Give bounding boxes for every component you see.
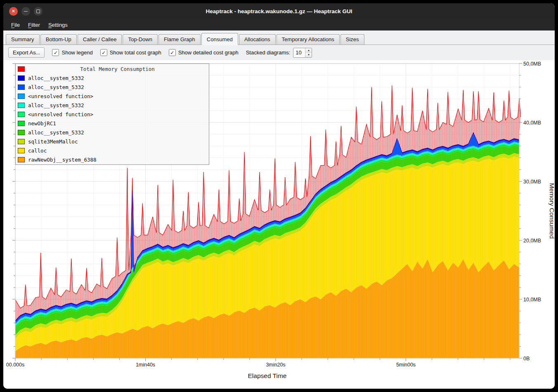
legend-swatch: [18, 157, 25, 162]
checkbox-label: Show legend: [61, 49, 92, 56]
menubar: FileFilterSettings: [3, 19, 555, 31]
stacked-diagrams-spinbox[interactable]: 10 ▲ ▼: [293, 48, 312, 58]
svg-text:00.000s: 00.000s: [6, 362, 24, 368]
desktop: { "window": { "title": "Heaptrack - heap…: [0, 0, 558, 392]
tab-bottom-up[interactable]: Bottom-Up: [40, 34, 77, 45]
legend-entry: rawNewObj__system_6388: [18, 155, 207, 164]
chart-legend: Total Memory Consumptionalloc__system_53…: [15, 63, 209, 165]
app-window: × Heaptrack - heaptrack.wakunode.1.gz — …: [3, 3, 555, 389]
close-button[interactable]: ×: [9, 7, 18, 16]
checkbox-label: Show total cost graph: [110, 49, 161, 56]
checkbox-box[interactable]: ✓: [52, 49, 59, 56]
legend-label: sqlite3MemMalloc: [28, 138, 78, 145]
stacked-diagrams-value: 10: [293, 48, 305, 57]
show-legend-checkbox[interactable]: ✓Show legend: [52, 49, 92, 56]
legend-label: <unresolved function>: [28, 111, 93, 117]
tab-temporary-allocations[interactable]: Temporary Allocations: [277, 34, 340, 45]
svg-text:50,0MB: 50,0MB: [523, 61, 541, 67]
spin-up-button[interactable]: ▲: [305, 48, 312, 53]
checkbox-group: ✓Show legend✓Show total cost graph✓Show …: [52, 49, 238, 56]
export-as-button[interactable]: Export As...: [8, 47, 45, 58]
legend-swatch: [18, 139, 25, 144]
legend-title-row: Total Memory Consumption: [18, 64, 207, 73]
legend-entry: <unresolved function>: [18, 110, 207, 119]
legend-total-swatch: [18, 66, 25, 72]
legend-swatch: [18, 121, 25, 126]
tab-caller-callee[interactable]: Caller / Callee: [78, 34, 122, 45]
legend-entry: newObjRC1: [18, 119, 207, 128]
legend-entry: sqlite3MemMalloc: [18, 137, 207, 146]
svg-text:40,0MB: 40,0MB: [523, 120, 541, 126]
legend-entry: alloc__system_5332: [18, 128, 207, 137]
legend-entry: alloc__system_5332: [18, 82, 207, 92]
svg-text:5min00s: 5min00s: [396, 362, 416, 368]
spin-down-button[interactable]: ▼: [305, 52, 312, 57]
checkbox-box[interactable]: ✓: [169, 49, 176, 56]
legend-swatch: [18, 103, 25, 108]
tab-allocations[interactable]: Allocations: [239, 34, 276, 45]
titlebar: × Heaptrack - heaptrack.wakunode.1.gz — …: [3, 3, 555, 19]
minimize-icon: [24, 11, 28, 12]
svg-text:10,0MB: 10,0MB: [523, 297, 541, 303]
legend-swatch: [18, 112, 25, 117]
legend-label: calloc: [28, 148, 47, 154]
svg-text:Elapsed Time: Elapsed Time: [248, 372, 287, 379]
legend-label: <unresolved function>: [28, 93, 93, 99]
legend-entry: <unresolved function>: [18, 92, 207, 101]
legend-swatch: [18, 130, 25, 135]
consumed-chart: 0B10,0MB20,0MB30,0MB40,0MB50,0MB00.000s1…: [3, 60, 555, 389]
legend-label: alloc__system_5332: [28, 129, 84, 136]
spinner-buttons: ▲ ▼: [305, 48, 312, 57]
legend-swatch: [18, 148, 25, 153]
stacked-diagrams-control: Stacked diagrams: 10 ▲ ▼: [246, 48, 312, 58]
toolbar: Export As... ✓Show legend✓Show total cos…: [3, 45, 555, 60]
show-detailed-cost-graph-checkbox[interactable]: ✓Show detailed cost graph: [169, 49, 239, 56]
minimize-button[interactable]: [21, 7, 30, 16]
tab-sizes[interactable]: Sizes: [340, 34, 364, 45]
svg-text:0B: 0B: [523, 356, 530, 361]
show-total-cost-graph-checkbox[interactable]: ✓Show total cost graph: [100, 49, 161, 56]
svg-text:1min40s: 1min40s: [136, 362, 155, 368]
tab-bar: SummaryBottom-UpCaller / CalleeTop-DownF…: [3, 31, 555, 45]
legend-entry: alloc__system_5332: [18, 73, 207, 82]
legend-title: Total Memory Consumption: [28, 66, 207, 72]
menu-settings[interactable]: Settings: [45, 20, 71, 30]
svg-text:Memory Consumed: Memory Consumed: [549, 183, 555, 239]
window-controls: ×: [9, 3, 43, 19]
legend-label: alloc__system_5332: [28, 102, 84, 108]
legend-entry: calloc: [18, 146, 207, 155]
menu-file[interactable]: File: [7, 20, 24, 30]
legend-entry: alloc__system_5332: [18, 101, 207, 110]
tab-top-down[interactable]: Top-Down: [123, 34, 158, 45]
legend-label: newObjRC1: [28, 120, 56, 127]
checkbox-box[interactable]: ✓: [100, 49, 107, 56]
stacked-diagrams-label: Stacked diagrams:: [246, 49, 291, 56]
legend-swatch: [18, 75, 25, 81]
legend-swatch: [18, 94, 25, 99]
maximize-icon: [36, 9, 40, 13]
menu-filter[interactable]: Filter: [24, 20, 44, 30]
tab-flame-graph[interactable]: Flame Graph: [158, 34, 201, 45]
close-icon: ×: [12, 8, 15, 14]
tab-summary[interactable]: Summary: [6, 34, 40, 45]
window-title: Heaptrack - heaptrack.wakunode.1.gz — He…: [3, 8, 555, 14]
svg-text:30,0MB: 30,0MB: [523, 179, 541, 185]
maximize-button[interactable]: [34, 7, 43, 16]
legend-label: alloc__system_5332: [28, 75, 84, 81]
svg-text:3min20s: 3min20s: [266, 362, 285, 368]
tab-consumed[interactable]: Consumed: [201, 33, 238, 45]
legend-label: alloc__system_5332: [28, 84, 84, 90]
legend-label: rawNewObj__system_6388: [28, 157, 97, 163]
svg-text:20,0MB: 20,0MB: [523, 238, 541, 244]
checkbox-label: Show detailed cost graph: [178, 49, 239, 56]
legend-swatch: [18, 85, 25, 90]
